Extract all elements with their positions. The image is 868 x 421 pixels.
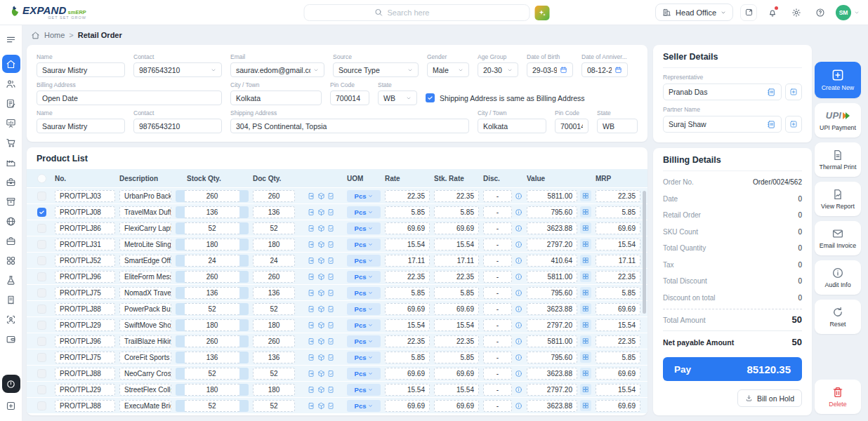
cube-icon[interactable] xyxy=(317,208,325,216)
info-circle-icon[interactable] xyxy=(515,208,522,216)
product-no[interactable]: PRO/TPLJ03 xyxy=(55,190,115,202)
doc-qty-input[interactable]: 260 xyxy=(253,271,295,283)
stock-decrement[interactable] xyxy=(176,255,185,267)
stock-increment[interactable] xyxy=(239,384,249,396)
stock-increment[interactable] xyxy=(239,271,249,283)
cube-icon[interactable] xyxy=(317,370,325,377)
mrp-input[interactable]: 22.35 xyxy=(596,190,640,202)
discount-input[interactable]: - xyxy=(483,239,512,250)
stock-increment[interactable] xyxy=(239,303,249,315)
row-checkbox[interactable] xyxy=(37,305,46,314)
doc-qty-input[interactable]: 24 xyxy=(253,255,295,267)
doc-qty-input[interactable]: 136 xyxy=(253,352,295,363)
doc-export-icon[interactable] xyxy=(308,321,315,329)
doc-check-icon[interactable] xyxy=(327,370,335,377)
stk-rate-input[interactable]: 69.69 xyxy=(434,222,479,234)
discount-input[interactable]: - xyxy=(483,303,512,315)
sidebar-item-orders[interactable] xyxy=(2,94,20,112)
row-checkbox[interactable] xyxy=(37,208,46,217)
doc-qty-input[interactable]: 52 xyxy=(253,368,295,380)
doc-export-icon[interactable] xyxy=(308,386,315,394)
product-no[interactable]: PRO/TPLJ29 xyxy=(55,319,115,331)
cube-icon[interactable] xyxy=(317,241,325,248)
product-no[interactable]: PRO/TPLJ88 xyxy=(55,303,115,315)
product-description[interactable]: MetroLite Sling Bag xyxy=(119,239,171,250)
product-no[interactable]: PRO/TPLJ31 xyxy=(55,239,115,250)
value-input[interactable]: 3623.88 xyxy=(527,368,577,380)
doc-export-icon[interactable] xyxy=(308,225,315,232)
stock-decrement[interactable] xyxy=(176,287,185,299)
stock-increment[interactable] xyxy=(239,368,249,380)
dob-field[interactable]: 29-03-96 xyxy=(527,62,573,77)
cube-icon[interactable] xyxy=(317,273,325,281)
bill-on-hold-button[interactable]: Bill on Hold xyxy=(737,389,802,407)
uom-select[interactable]: Pcs xyxy=(347,384,381,396)
thermal-print-button[interactable]: Thermal Print xyxy=(815,142,861,177)
add-shortcut-button[interactable] xyxy=(2,396,20,415)
value-input[interactable]: 3623.88 xyxy=(527,400,577,412)
stk-rate-input[interactable]: 15.54 xyxy=(434,239,479,250)
sidebar-item-crm[interactable] xyxy=(2,310,20,328)
doc-check-icon[interactable] xyxy=(327,354,335,361)
value-input[interactable]: 795.60 xyxy=(527,206,577,218)
uom-select[interactable]: Pcs xyxy=(347,222,381,234)
doc-export-icon[interactable] xyxy=(308,354,315,361)
mrp-input[interactable]: 17.11 xyxy=(596,255,640,267)
info-circle-icon[interactable] xyxy=(515,225,522,232)
stk-rate-input[interactable]: 69.69 xyxy=(434,400,479,412)
stk-rate-input[interactable]: 5.85 xyxy=(434,287,479,299)
product-no[interactable]: PRO/TPLJ88 xyxy=(55,368,115,380)
search-input[interactable] xyxy=(304,4,530,21)
rate-input[interactable]: 15.54 xyxy=(385,239,430,250)
sidebar-item-quality[interactable] xyxy=(2,271,20,289)
mrp-input[interactable]: 69.69 xyxy=(596,222,640,234)
age-group-select[interactable]: 20-30 xyxy=(478,62,518,77)
stock-decrement[interactable] xyxy=(176,352,185,363)
doc-check-icon[interactable] xyxy=(327,225,335,232)
value-input[interactable]: 5811.00 xyxy=(527,335,577,347)
rate-input[interactable]: 15.54 xyxy=(385,319,430,331)
value-breakup-button[interactable] xyxy=(580,206,591,218)
doc-check-icon[interactable] xyxy=(327,402,335,410)
sidebar-item-modules[interactable] xyxy=(2,251,20,269)
cube-icon[interactable] xyxy=(317,289,325,297)
sidebar-item-web[interactable] xyxy=(2,212,20,230)
product-no[interactable]: PRO/TPLJ96 xyxy=(55,271,115,283)
info-circle-icon[interactable] xyxy=(515,257,522,265)
cube-icon[interactable] xyxy=(317,321,325,329)
stock-qty-input[interactable]: 52 xyxy=(185,303,239,315)
stock-increment[interactable] xyxy=(239,239,249,250)
product-description[interactable]: TrailBlaze Hiking Backpack xyxy=(119,335,171,347)
ship-contact-field[interactable]: 9876543210 xyxy=(133,119,222,133)
discount-input[interactable]: - xyxy=(483,400,512,412)
partner-field[interactable]: Suraj Shaw xyxy=(663,116,782,133)
sidebar-item-sales[interactable] xyxy=(2,133,20,152)
product-no[interactable]: PRO/TPLJ52 xyxy=(55,255,115,267)
rate-input[interactable]: 22.35 xyxy=(385,335,430,347)
representative-field[interactable]: Pranab Das xyxy=(663,83,782,100)
info-circle-icon[interactable] xyxy=(515,354,522,361)
doc-qty-input[interactable]: 260 xyxy=(253,335,295,347)
sidebar-item-production[interactable] xyxy=(2,153,20,171)
mrp-input[interactable]: 15.54 xyxy=(596,384,640,396)
info-circle-icon[interactable] xyxy=(515,370,522,377)
value-input[interactable]: 3623.88 xyxy=(527,222,577,234)
value-input[interactable]: 795.60 xyxy=(527,287,577,299)
doc-check-icon[interactable] xyxy=(327,321,335,329)
uom-select[interactable]: Pcs xyxy=(347,255,381,267)
stock-decrement[interactable] xyxy=(176,206,185,218)
uom-select[interactable]: Pcs xyxy=(347,271,381,283)
doc-export-icon[interactable] xyxy=(308,402,315,410)
sidebar-item-contacts[interactable] xyxy=(2,74,20,93)
doc-export-icon[interactable] xyxy=(308,192,315,200)
rate-input[interactable]: 22.35 xyxy=(385,271,430,283)
value-breakup-button[interactable] xyxy=(580,335,591,347)
delete-button[interactable]: Delete xyxy=(815,380,861,414)
product-no[interactable]: PRO/TPLJ88 xyxy=(55,400,115,412)
value-input[interactable]: 5811.00 xyxy=(527,190,577,202)
doc-export-icon[interactable] xyxy=(308,305,315,313)
stock-decrement[interactable] xyxy=(176,239,185,250)
row-checkbox[interactable] xyxy=(37,321,46,330)
doc-qty-input[interactable]: 136 xyxy=(253,287,295,299)
doc-check-icon[interactable] xyxy=(327,305,335,313)
